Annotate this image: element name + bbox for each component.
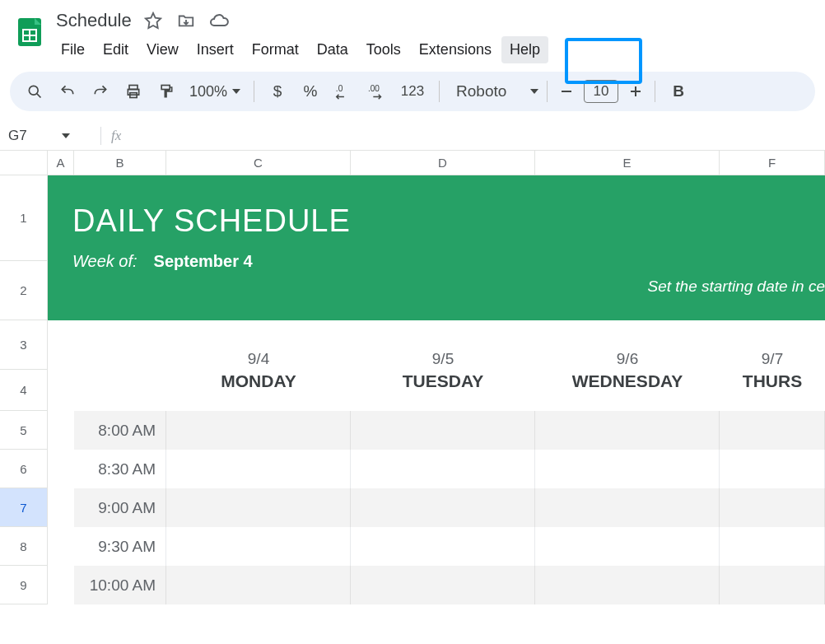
schedule-cell[interactable] <box>535 411 720 450</box>
decrease-font-size-button[interactable] <box>556 77 577 106</box>
weekof-label: Week of: <box>72 252 138 271</box>
svg-text:.0: .0 <box>336 84 343 93</box>
print-icon[interactable] <box>119 77 148 106</box>
row-header-1[interactable]: 1 <box>0 175 48 261</box>
time-row[interactable]: 9:30 AM <box>48 527 825 566</box>
schedule-cell[interactable] <box>720 566 825 604</box>
undo-icon[interactable] <box>53 77 82 106</box>
banner-title: DAILY SCHEDULE <box>72 203 825 239</box>
svg-rect-9 <box>161 86 170 90</box>
chevron-down-icon <box>62 133 70 138</box>
schedule-cell[interactable] <box>351 527 535 566</box>
column-header-C[interactable]: C <box>166 151 351 175</box>
schedule-cell[interactable] <box>720 527 825 566</box>
column-header-F[interactable]: F <box>720 151 825 175</box>
date-col-1: 9/4 <box>166 350 351 368</box>
time-label: 8:30 AM <box>74 450 166 488</box>
schedule-cell[interactable] <box>720 411 825 450</box>
row-header-7[interactable]: 7 <box>0 488 48 527</box>
increase-font-size-button[interactable] <box>625 77 646 106</box>
menu-view[interactable]: View <box>138 36 187 63</box>
fx-label: fx <box>111 128 121 144</box>
column-headers: ABCDEF <box>0 151 825 175</box>
sheets-logo[interactable] <box>8 7 51 48</box>
cloud-status-icon[interactable] <box>207 9 231 32</box>
menu-extensions[interactable]: Extensions <box>411 36 500 63</box>
date-col-4: 9/7 <box>720 350 825 368</box>
schedule-cell[interactable] <box>535 566 720 604</box>
number-format-button[interactable]: 123 <box>394 77 431 106</box>
header: Schedule File Edit View Insert Format Da… <box>0 0 825 63</box>
schedule-cell[interactable] <box>166 488 351 527</box>
schedule-cell[interactable] <box>351 566 535 604</box>
move-icon[interactable] <box>175 9 198 32</box>
day-col-2: TUESDAY <box>351 371 535 391</box>
time-row[interactable]: 9:00 AM <box>48 488 825 527</box>
menu-file[interactable]: File <box>53 36 93 63</box>
menu-edit[interactable]: Edit <box>95 36 137 63</box>
separator <box>254 81 254 102</box>
banner-hint: Set the starting date in ce <box>648 278 825 296</box>
row-header-2[interactable]: 2 <box>0 261 48 320</box>
row-header-4[interactable]: 4 <box>0 370 48 411</box>
menu-data[interactable]: Data <box>309 36 357 63</box>
currency-button[interactable]: $ <box>263 77 292 106</box>
menu-insert[interactable]: Insert <box>189 36 242 63</box>
time-row[interactable]: 8:00 AM <box>48 411 825 450</box>
schedule-cell[interactable] <box>351 488 535 527</box>
row-header-8[interactable]: 8 <box>0 527 48 566</box>
date-col-3: 9/6 <box>535 350 720 368</box>
menu-tools[interactable]: Tools <box>358 36 409 63</box>
search-icon[interactable] <box>20 77 49 106</box>
schedule-cell[interactable] <box>166 450 351 488</box>
chevron-down-icon <box>232 89 240 94</box>
zoom-select[interactable]: 100% <box>184 83 245 100</box>
day-col-1: MONDAY <box>166 371 351 391</box>
time-label: 9:00 AM <box>74 488 166 527</box>
row-header-3[interactable]: 3 <box>0 320 48 370</box>
column-header-A[interactable]: A <box>48 151 74 175</box>
schedule-cell[interactable] <box>720 450 825 488</box>
schedule-cell[interactable] <box>166 411 351 450</box>
select-all-corner[interactable] <box>0 151 48 175</box>
weekof-date: September 4 <box>154 252 253 271</box>
increase-decimal-button[interactable]: .00 <box>361 77 391 106</box>
font-size-input[interactable]: 10 <box>584 80 618 103</box>
schedule-cell[interactable] <box>166 566 351 604</box>
redo-icon[interactable] <box>86 77 115 106</box>
name-box[interactable]: G7 <box>0 128 91 144</box>
font-select[interactable]: Roboto <box>448 82 538 100</box>
star-icon[interactable] <box>142 9 165 32</box>
schedule-cell[interactable] <box>351 450 535 488</box>
day-col-3: WEDNESDAY <box>535 371 720 391</box>
time-label: 10:00 AM <box>74 566 166 604</box>
schedule-cell[interactable] <box>535 450 720 488</box>
decrease-decimal-button[interactable]: .0 <box>329 77 358 106</box>
zoom-value: 100% <box>189 83 227 100</box>
chevron-down-icon <box>530 89 538 94</box>
menu-format[interactable]: Format <box>244 36 307 63</box>
schedule-cell[interactable] <box>351 411 535 450</box>
time-row[interactable]: 10:00 AM <box>48 566 825 604</box>
column-header-E[interactable]: E <box>535 151 720 175</box>
day-col-4: THURS <box>720 371 825 391</box>
menu-help[interactable]: Help <box>501 36 548 63</box>
spreadsheet-grid: ABCDEF 123456789 DAILY SCHEDULE Week of:… <box>0 151 825 604</box>
column-header-D[interactable]: D <box>351 151 535 175</box>
percent-button[interactable]: % <box>296 77 325 106</box>
sheet-content[interactable]: DAILY SCHEDULE Week of: September 4 Set … <box>48 175 825 604</box>
bold-button[interactable]: B <box>664 82 693 100</box>
schedule-cell[interactable] <box>535 527 720 566</box>
paint-format-icon[interactable] <box>151 77 181 106</box>
schedule-cell[interactable] <box>720 488 825 527</box>
schedule-cell[interactable] <box>535 488 720 527</box>
row-header-5[interactable]: 5 <box>0 411 48 450</box>
time-label: 8:00 AM <box>74 411 166 450</box>
row-header-9[interactable]: 9 <box>0 566 48 604</box>
svg-line-5 <box>37 94 41 98</box>
schedule-cell[interactable] <box>166 527 351 566</box>
row-header-6[interactable]: 6 <box>0 450 48 488</box>
column-header-B[interactable]: B <box>74 151 166 175</box>
document-title[interactable]: Schedule <box>51 10 132 31</box>
time-row[interactable]: 8:30 AM <box>48 450 825 488</box>
